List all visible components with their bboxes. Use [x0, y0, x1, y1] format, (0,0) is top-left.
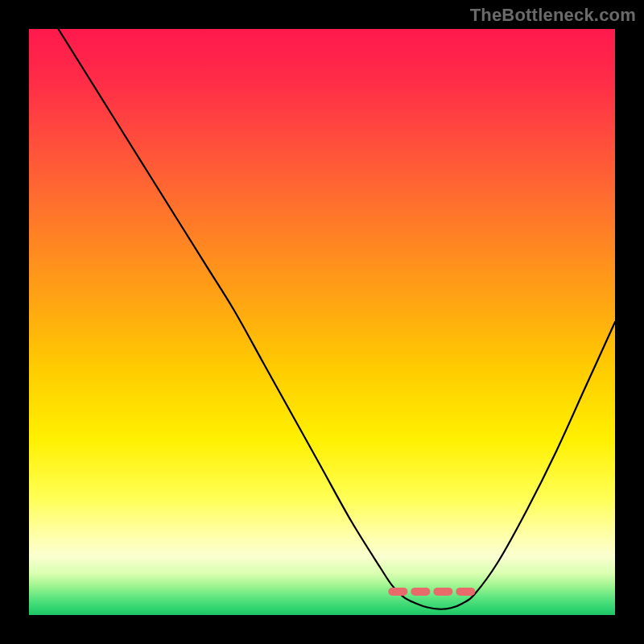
- chart-svg: [29, 29, 615, 615]
- watermark-text: TheBottleneck.com: [470, 5, 636, 26]
- chart-container: TheBottleneck.com: [0, 0, 644, 644]
- plot-area: [29, 29, 615, 615]
- curve-line: [58, 29, 615, 609]
